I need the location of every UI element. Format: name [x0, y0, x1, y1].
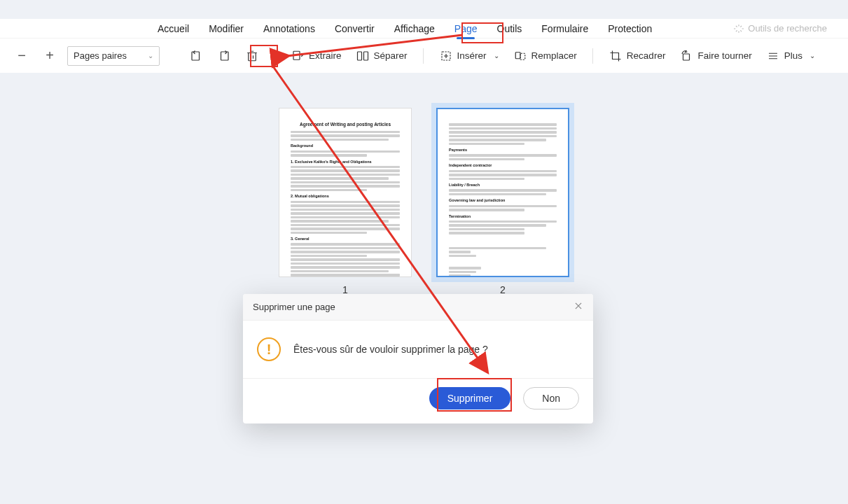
delete-page-button[interactable] [242, 46, 262, 66]
dialog-title: Supprimer une page [253, 302, 335, 312]
divider [274, 48, 275, 64]
trash-icon [245, 49, 259, 63]
insert-label: Insérer [457, 50, 487, 61]
tab-affichage[interactable]: Affichage [394, 21, 435, 36]
search-tools-label: Outils de recherche [748, 23, 827, 34]
extract-button[interactable]: Extraire [288, 46, 345, 66]
divider [423, 48, 424, 64]
toolbar: − + Pages paires ⌄ Extraire Séparer [0, 38, 848, 73]
split-icon [356, 49, 370, 63]
cancel-button[interactable]: Non [523, 387, 579, 410]
tab-convertir[interactable]: Convertir [335, 21, 375, 36]
page-preview: Agreement of Writing and posting Article… [279, 108, 412, 277]
tab-protection[interactable]: Protection [608, 21, 652, 36]
tab-accueil[interactable]: Accueil [158, 21, 189, 36]
sparkle-icon [734, 24, 744, 34]
page-thumbnail-2[interactable]: Payments Independent contractor Liabilit… [436, 108, 569, 295]
delete-page-dialog: Supprimer une page ! Êtes-vous sûr de vo… [243, 294, 593, 424]
insert-icon [439, 49, 453, 63]
insert-button[interactable]: Insérer ⌄ [436, 46, 502, 66]
chevron-down-icon: ⌄ [809, 52, 815, 59]
rotate-right-button[interactable] [214, 46, 234, 66]
svg-rect-3 [293, 51, 300, 59]
svg-rect-4 [357, 52, 361, 60]
divider [592, 48, 593, 64]
tab-outils[interactable]: Outils [497, 21, 522, 36]
confirm-delete-button[interactable]: Supprimer [429, 387, 511, 410]
crop-label: Recadrer [627, 50, 666, 61]
svg-rect-8 [520, 53, 525, 59]
page-thumbnail-1[interactable]: Agreement of Writing and posting Article… [279, 108, 412, 295]
replace-label: Remplacer [531, 50, 577, 61]
tab-annotations[interactable]: Annotations [263, 21, 315, 36]
tab-formulaire[interactable]: Formulaire [541, 21, 588, 36]
warning-icon: ! [257, 337, 281, 361]
more-button[interactable]: Plus ⌄ [763, 46, 818, 66]
page-preview: Payments Independent contractor Liabilit… [436, 108, 569, 277]
replace-button[interactable]: Remplacer [510, 46, 580, 66]
dialog-close-button[interactable] [574, 301, 583, 313]
extract-label: Extraire [309, 50, 342, 61]
tab-page[interactable]: Page [454, 21, 478, 36]
rotate-right-icon [217, 49, 231, 63]
svg-rect-0 [192, 52, 200, 60]
split-label: Séparer [374, 50, 408, 61]
rotate-icon [679, 49, 693, 63]
tab-modifier[interactable]: Modifier [209, 21, 244, 36]
split-button[interactable]: Séparer [353, 46, 410, 66]
close-icon [574, 301, 583, 311]
zoom-in-button[interactable]: + [41, 48, 59, 64]
chevron-down-icon: ⌄ [494, 52, 499, 59]
rotate-button[interactable]: Faire tourner [676, 46, 754, 66]
zoom-out-button[interactable]: − [13, 48, 31, 64]
document-title: Agreement of Writing and posting Article… [291, 121, 400, 128]
page-selection-value: Pages paires [74, 50, 127, 61]
crop-icon [609, 49, 623, 63]
svg-rect-7 [515, 52, 520, 58]
extract-icon [291, 49, 305, 63]
rotate-left-button[interactable] [186, 46, 206, 66]
replace-icon [513, 49, 527, 63]
svg-rect-1 [221, 52, 229, 60]
tab-strip: Accueil Modifier Annotations Convertir A… [0, 19, 848, 38]
svg-rect-9 [683, 54, 690, 60]
more-icon [766, 49, 780, 63]
dialog-message: Êtes-vous sûr de vouloir supprimer la pa… [293, 344, 488, 355]
rotate-left-icon [189, 49, 203, 63]
svg-rect-5 [363, 52, 368, 60]
svg-rect-2 [249, 52, 256, 60]
more-label: Plus [784, 50, 802, 61]
crop-button[interactable]: Recadrer [606, 46, 669, 66]
search-tools[interactable]: Outils de recherche [734, 23, 827, 34]
page-selection-dropdown[interactable]: Pages paires ⌄ [67, 46, 160, 66]
chevron-down-icon: ⌄ [148, 52, 153, 59]
page-grid: Agreement of Writing and posting Article… [0, 108, 848, 295]
rotate-label: Faire tourner [697, 50, 751, 61]
